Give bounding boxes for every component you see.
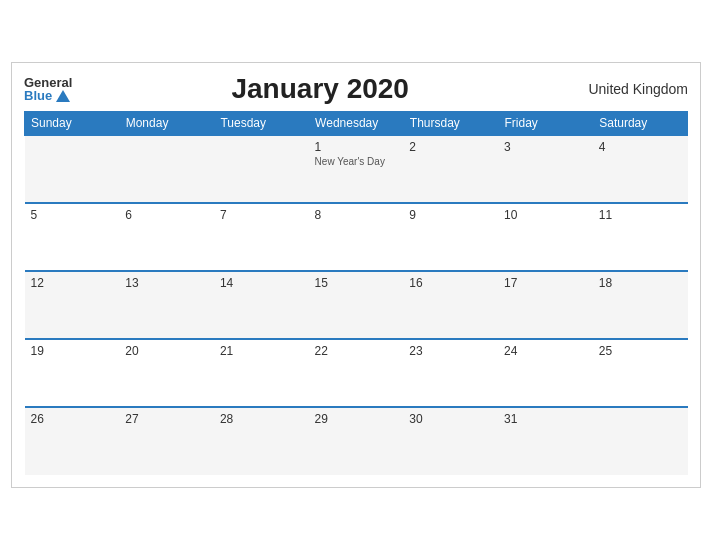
calendar-cell: 14: [214, 271, 309, 339]
day-number: 12: [31, 276, 114, 290]
calendar-cell: 13: [119, 271, 214, 339]
calendar-cell: 15: [309, 271, 404, 339]
header-wednesday: Wednesday: [309, 112, 404, 136]
calendar-cell: 31: [498, 407, 593, 475]
calendar-cell: 24: [498, 339, 593, 407]
calendar-title: January 2020: [72, 73, 568, 105]
calendar-cell: 11: [593, 203, 688, 271]
calendar-cell: [214, 135, 309, 203]
calendar-cell: 10: [498, 203, 593, 271]
calendar-cell: 22: [309, 339, 404, 407]
calendar-header: General Blue January 2020 United Kingdom: [24, 73, 688, 105]
day-number: 26: [31, 412, 114, 426]
logo-triangle-icon: [56, 90, 70, 102]
calendar-cell: [25, 135, 120, 203]
calendar-cell: 8: [309, 203, 404, 271]
day-number: 21: [220, 344, 303, 358]
calendar-cell: [593, 407, 688, 475]
day-number: 30: [409, 412, 492, 426]
day-number: 20: [125, 344, 208, 358]
calendar-cell: 30: [403, 407, 498, 475]
day-number: 15: [315, 276, 398, 290]
calendar-body: 1New Year's Day2345678910111213141516171…: [25, 135, 688, 475]
day-number: 16: [409, 276, 492, 290]
day-number: 28: [220, 412, 303, 426]
calendar-cell: 2: [403, 135, 498, 203]
day-number: 19: [31, 344, 114, 358]
day-number: 22: [315, 344, 398, 358]
day-number: 29: [315, 412, 398, 426]
day-number: 3: [504, 140, 587, 154]
calendar-container: General Blue January 2020 United Kingdom…: [11, 62, 701, 488]
day-number: 2: [409, 140, 492, 154]
calendar-cell: 28: [214, 407, 309, 475]
day-number: 11: [599, 208, 682, 222]
calendar-table: Sunday Monday Tuesday Wednesday Thursday…: [24, 111, 688, 475]
day-number: 4: [599, 140, 682, 154]
calendar-region: United Kingdom: [568, 81, 688, 97]
calendar-week-row: 1New Year's Day234: [25, 135, 688, 203]
day-number: 7: [220, 208, 303, 222]
day-number: 1: [315, 140, 398, 154]
calendar-cell: 3: [498, 135, 593, 203]
day-number: 24: [504, 344, 587, 358]
calendar-cell: 25: [593, 339, 688, 407]
header-monday: Monday: [119, 112, 214, 136]
day-number: 18: [599, 276, 682, 290]
calendar-week-row: 567891011: [25, 203, 688, 271]
header-friday: Friday: [498, 112, 593, 136]
calendar-cell: 19: [25, 339, 120, 407]
day-number: 23: [409, 344, 492, 358]
calendar-cell: 26: [25, 407, 120, 475]
calendar-cell: 18: [593, 271, 688, 339]
calendar-cell: 17: [498, 271, 593, 339]
day-number: 27: [125, 412, 208, 426]
calendar-cell: 20: [119, 339, 214, 407]
day-number: 13: [125, 276, 208, 290]
calendar-week-row: 262728293031: [25, 407, 688, 475]
calendar-cell: 23: [403, 339, 498, 407]
calendar-cell: 7: [214, 203, 309, 271]
day-number: 5: [31, 208, 114, 222]
day-number: 6: [125, 208, 208, 222]
logo: General Blue: [24, 76, 72, 102]
weekday-header-row: Sunday Monday Tuesday Wednesday Thursday…: [25, 112, 688, 136]
day-number: 8: [315, 208, 398, 222]
day-number: 25: [599, 344, 682, 358]
calendar-week-row: 19202122232425: [25, 339, 688, 407]
calendar-week-row: 12131415161718: [25, 271, 688, 339]
header-tuesday: Tuesday: [214, 112, 309, 136]
header-saturday: Saturday: [593, 112, 688, 136]
day-event: New Year's Day: [315, 156, 398, 167]
calendar-cell: 27: [119, 407, 214, 475]
calendar-cell: 6: [119, 203, 214, 271]
day-number: 31: [504, 412, 587, 426]
day-number: 10: [504, 208, 587, 222]
calendar-cell: 4: [593, 135, 688, 203]
calendar-cell: 1New Year's Day: [309, 135, 404, 203]
calendar-cell: [119, 135, 214, 203]
header-thursday: Thursday: [403, 112, 498, 136]
calendar-cell: 16: [403, 271, 498, 339]
day-number: 9: [409, 208, 492, 222]
calendar-cell: 29: [309, 407, 404, 475]
day-number: 14: [220, 276, 303, 290]
calendar-cell: 5: [25, 203, 120, 271]
header-sunday: Sunday: [25, 112, 120, 136]
day-number: 17: [504, 276, 587, 290]
logo-blue-text: Blue: [24, 89, 52, 102]
calendar-cell: 12: [25, 271, 120, 339]
calendar-cell: 21: [214, 339, 309, 407]
calendar-cell: 9: [403, 203, 498, 271]
